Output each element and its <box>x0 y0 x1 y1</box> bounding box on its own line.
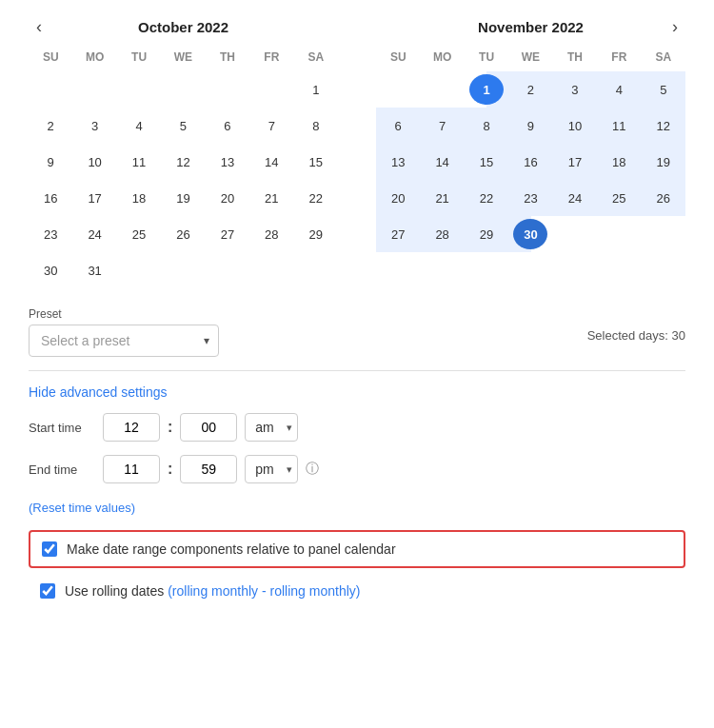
table-row[interactable]: 13 <box>206 144 249 180</box>
table-row[interactable]: 28 <box>420 216 464 252</box>
info-icon[interactable]: ⓘ <box>306 461 319 478</box>
table-row[interactable]: 30 <box>29 252 72 288</box>
table-row[interactable]: 20 <box>376 180 420 216</box>
table-row[interactable]: 27 <box>376 216 420 252</box>
table-row <box>161 71 205 108</box>
table-row[interactable]: 16 <box>29 180 72 216</box>
table-row <box>29 71 72 108</box>
weekday-header: SA <box>294 47 338 71</box>
table-row[interactable]: 15 <box>465 144 508 180</box>
table-row[interactable]: 21 <box>249 180 293 216</box>
hide-advanced-link[interactable]: Hide advanced settings <box>29 384 168 400</box>
table-row[interactable]: 12 <box>642 108 685 144</box>
relative-calendar-checkbox[interactable] <box>42 541 57 557</box>
table-row[interactable]: 2 <box>29 108 72 144</box>
table-row[interactable]: 20 <box>206 180 249 216</box>
november-grid: SUMOTUWETHFRSA 1234567891011121314151617… <box>376 47 685 252</box>
table-row[interactable]: 1 <box>465 71 508 108</box>
next-month-btn[interactable]: › <box>664 15 685 39</box>
table-row <box>206 252 249 288</box>
table-row[interactable]: 1 <box>294 71 338 108</box>
start-minutes-input[interactable] <box>180 413 237 442</box>
table-row[interactable]: 18 <box>597 144 641 180</box>
table-row[interactable]: 24 <box>72 216 116 252</box>
table-row[interactable]: 8 <box>465 108 508 144</box>
table-row[interactable]: 12 <box>161 144 205 180</box>
relative-calendar-label: Make date range components relative to p… <box>67 541 396 557</box>
table-row[interactable]: 15 <box>294 144 338 180</box>
table-row <box>553 216 597 252</box>
table-row[interactable]: 21 <box>420 180 464 216</box>
table-row[interactable]: 7 <box>249 108 293 144</box>
table-row[interactable]: 28 <box>249 216 293 252</box>
prev-month-btn[interactable]: ‹ <box>29 15 50 39</box>
table-row[interactable]: 9 <box>29 144 72 180</box>
table-row[interactable]: 24 <box>553 180 597 216</box>
october-header: ‹ October 2022 <box>29 19 338 35</box>
rolling-dates-label: Use rolling dates (rolling monthly - rol… <box>65 583 360 599</box>
reset-time-link[interactable]: (Reset time values) <box>29 501 135 515</box>
table-row[interactable]: 23 <box>508 180 552 216</box>
weekday-header: SU <box>29 47 72 71</box>
table-row[interactable]: 29 <box>294 216 338 252</box>
weekday-header: FR <box>249 47 293 71</box>
table-row[interactable]: 3 <box>72 108 116 144</box>
table-row[interactable]: 14 <box>420 144 464 180</box>
table-row[interactable]: 7 <box>420 108 464 144</box>
table-row[interactable]: 16 <box>508 144 552 180</box>
table-row[interactable]: 27 <box>206 216 249 252</box>
table-row <box>72 71 116 108</box>
table-row <box>206 71 249 108</box>
table-row[interactable]: 10 <box>72 144 116 180</box>
table-row[interactable]: 18 <box>117 180 161 216</box>
table-row[interactable]: 19 <box>642 144 685 180</box>
table-row[interactable]: 31 <box>72 252 116 288</box>
end-minutes-input[interactable] <box>180 455 237 483</box>
table-row[interactable]: 26 <box>642 180 685 216</box>
table-row[interactable]: 19 <box>161 180 205 216</box>
preset-label: Preset <box>29 307 219 321</box>
start-hours-input[interactable] <box>103 413 160 442</box>
table-row[interactable]: 23 <box>29 216 72 252</box>
table-row[interactable]: 5 <box>642 71 685 108</box>
table-row[interactable]: 6 <box>376 108 420 144</box>
start-ampm-select[interactable]: am pm <box>245 413 298 442</box>
table-row[interactable]: 25 <box>117 216 161 252</box>
november-header: November 2022 › <box>376 19 685 35</box>
end-time-label: End time <box>29 462 95 477</box>
table-row[interactable]: 11 <box>597 108 641 144</box>
time-colon-2: : <box>168 461 172 478</box>
weekday-header: WE <box>161 47 205 71</box>
table-row[interactable]: 22 <box>465 180 508 216</box>
weekday-header: TH <box>553 47 597 71</box>
end-ampm-select[interactable]: am pm <box>245 455 298 483</box>
october-title: October 2022 <box>138 19 228 35</box>
table-row[interactable]: 26 <box>161 216 205 252</box>
table-row[interactable]: 30 <box>508 216 552 252</box>
preset-container: Preset Select a preset Last 7 daysLast 3… <box>29 307 219 357</box>
table-row[interactable]: 2 <box>508 71 552 108</box>
table-row[interactable]: 6 <box>206 108 249 144</box>
table-row[interactable]: 17 <box>553 144 597 180</box>
table-row[interactable]: 3 <box>553 71 597 108</box>
table-row[interactable]: 9 <box>508 108 552 144</box>
table-row[interactable]: 25 <box>597 180 641 216</box>
table-row[interactable]: 11 <box>117 144 161 180</box>
table-row[interactable]: 22 <box>294 180 338 216</box>
weekday-header: SA <box>642 47 685 71</box>
table-row[interactable]: 5 <box>161 108 205 144</box>
table-row[interactable]: 4 <box>597 71 641 108</box>
table-row[interactable]: 17 <box>72 180 116 216</box>
table-row[interactable]: 8 <box>294 108 338 144</box>
table-row[interactable]: 4 <box>117 108 161 144</box>
table-row[interactable]: 13 <box>376 144 420 180</box>
table-row[interactable]: 10 <box>553 108 597 144</box>
preset-dropdown[interactable]: Select a preset Last 7 daysLast 30 daysL… <box>29 325 219 357</box>
end-hours-input[interactable] <box>103 455 160 483</box>
end-time-row: End time : am pm ▾ ⓘ <box>29 455 685 483</box>
table-row[interactable]: 14 <box>249 144 293 180</box>
rolling-dates-checkbox[interactable] <box>40 583 55 599</box>
table-row[interactable]: 29 <box>465 216 508 252</box>
start-time-row: Start time : am pm ▾ <box>29 413 685 442</box>
november-calendar: November 2022 › SUMOTUWETHFRSA 123456789… <box>376 19 685 288</box>
